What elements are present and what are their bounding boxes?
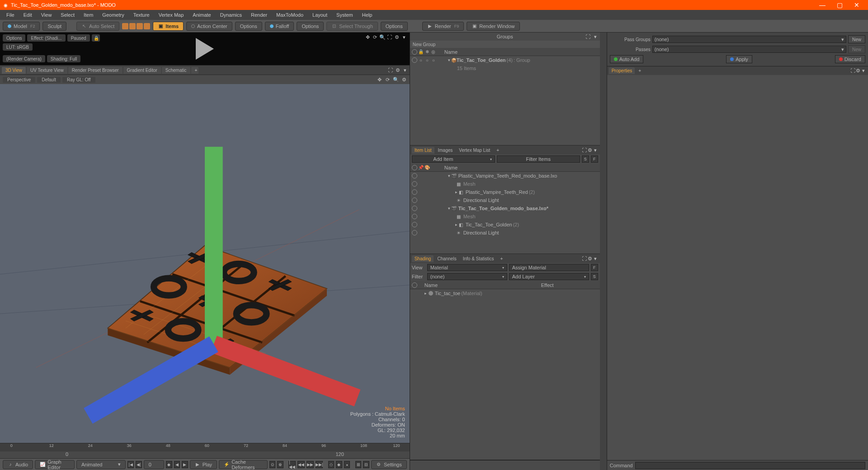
item-row[interactable]: ▸◧Plastic_Vampire_Teeth_Red(2) (410, 188, 600, 196)
lock-icon[interactable]: 🔒 (418, 49, 424, 55)
menu-geometry[interactable]: Geometry (98, 11, 128, 19)
items-button[interactable]: ▣Items (153, 22, 184, 31)
tool-btn-2[interactable]: ⊕ (277, 461, 283, 468)
tab-images[interactable]: Images (435, 147, 456, 154)
menu-select[interactable]: Select (56, 11, 79, 19)
item-row[interactable]: ☀Directional Light (410, 229, 600, 237)
auto-select-button[interactable]: ↖Auto Select (76, 22, 119, 31)
tab-add[interactable]: + (636, 67, 644, 74)
axis-gizmo[interactable] (9, 84, 410, 434)
menu-render[interactable]: Render (246, 11, 272, 19)
gear-icon[interactable]: ⚙ (855, 68, 861, 74)
filter-items-field[interactable]: Filter Items (497, 155, 580, 163)
f-button[interactable]: F (591, 264, 598, 271)
tab-add[interactable]: + (494, 147, 502, 154)
item-row[interactable]: ▾🎬Tic_Tac_Toe_Golden_modo_base.lxo* (410, 204, 600, 212)
menu-animate[interactable]: Animate (188, 11, 215, 19)
gear-icon[interactable]: ⚙ (587, 147, 593, 153)
tab-3d-view[interactable]: 3D View (2, 67, 26, 74)
group-item[interactable]: ○ ○ ○ ▾ 📦 Tic_Tac_Toe_Golden (4) : Group (410, 56, 600, 64)
close-button[interactable]: ✕ (848, 0, 865, 10)
tab-uv-texture[interactable]: UV Texture View (27, 67, 67, 74)
command-input[interactable] (635, 462, 865, 469)
gear-icon[interactable]: ⚙ (401, 77, 407, 82)
preview-effect-button[interactable]: Effect: (Shadi... (27, 34, 65, 42)
item-row[interactable]: ▦Mesh (410, 212, 600, 221)
tab-add[interactable]: + (191, 67, 198, 74)
skip-first-button[interactable]: |◀◀ (288, 461, 296, 468)
preview-options-button[interactable]: Options (3, 34, 25, 42)
visibility-header-icon[interactable] (412, 282, 417, 288)
raygl-dropdown[interactable]: Ray GL: Off (62, 77, 95, 83)
visibility-toggle[interactable] (412, 189, 417, 195)
maximize-view-icon[interactable]: ⛶ (388, 67, 393, 73)
add-layer-dropdown[interactable]: Add Layer▾ (509, 273, 589, 280)
vertex-mode-button[interactable] (122, 23, 128, 29)
visibility-toggle[interactable] (412, 206, 417, 211)
tab-info-stats[interactable]: Info & Statistics (460, 255, 497, 262)
edge-mode-button[interactable] (129, 23, 136, 29)
tab-shading[interactable]: Shading (412, 255, 434, 262)
minimize-button[interactable]: — (814, 0, 831, 10)
default-dropdown[interactable]: Default (37, 77, 61, 83)
expand-icon[interactable]: ⛶ (582, 256, 587, 261)
view-material-dropdown[interactable]: Material▾ (427, 264, 507, 271)
menu-texture[interactable]: Texture (129, 11, 154, 19)
poly-mode-button[interactable] (137, 23, 143, 29)
material-row[interactable]: ▸ Tic_tac_toe (Material) (410, 289, 600, 297)
move-icon[interactable]: ✥ (377, 77, 382, 82)
play-forward-button[interactable]: ▶ (182, 461, 188, 468)
expand-icon[interactable]: ⛶ (850, 68, 855, 73)
key-tool-1[interactable]: ◇ (328, 461, 335, 468)
menu-view[interactable]: View (37, 11, 57, 19)
f-button[interactable]: F (591, 155, 598, 163)
visibility-toggle[interactable] (412, 197, 417, 203)
visibility-toggle[interactable] (412, 181, 417, 187)
auto-add-button[interactable]: Auto Add (610, 55, 644, 63)
visibility-toggle[interactable] (412, 222, 417, 227)
zoom-icon[interactable]: 🔍 (380, 34, 385, 40)
expand-icon[interactable]: ⛶ (582, 147, 587, 153)
tab-properties[interactable]: Properties (609, 67, 635, 74)
new-pass-button[interactable]: New (848, 45, 865, 53)
menu-dynamics[interactable]: Dynamics (216, 11, 246, 19)
model-button[interactable]: ModelF2 (3, 22, 40, 31)
visibility-toggle[interactable] (412, 230, 417, 235)
visibility-toggle[interactable] (412, 214, 417, 219)
timeline-ruler[interactable]: 0 12 24 36 48 60 72 84 96 108 120 (0, 443, 410, 451)
tab-add[interactable]: + (498, 255, 506, 262)
tab-schematic[interactable]: Schematic (162, 67, 190, 74)
item-row[interactable]: ☀Directional Light (410, 196, 600, 204)
key-tool-3[interactable]: ⬥ (344, 461, 350, 468)
falloff-button[interactable]: Falloff (265, 22, 294, 31)
render-button[interactable]: ▶RenderF9 (422, 22, 464, 31)
menu-item[interactable]: Item (79, 11, 98, 19)
visibility-header-icon[interactable] (412, 49, 417, 55)
refresh-icon[interactable]: ⟳ (373, 34, 378, 40)
timeline-range[interactable]: 0 120 (0, 451, 410, 458)
menu-vertexmap[interactable]: Vertex Map (154, 11, 189, 19)
item-row[interactable]: ▸◧Tic_Tac_Toe_Golden(2) (410, 221, 600, 229)
animated-dropdown[interactable]: Animated▾ (76, 460, 126, 469)
preview-shading-button[interactable]: Shading: Full (47, 55, 80, 62)
gear-icon[interactable]: ⚙ (394, 34, 400, 40)
preview-paused-button[interactable]: Paused (67, 34, 90, 42)
options-button-3[interactable]: Options (381, 22, 408, 31)
material-mode-button[interactable] (144, 23, 150, 29)
visibility-toggle[interactable] (412, 173, 417, 179)
pass-groups-dropdown[interactable]: (none)▾ (652, 36, 846, 43)
viewport-3d[interactable]: No Items Polygons : Catmull-Clark Channe… (0, 84, 410, 443)
chevron-down-icon[interactable]: ▾ (593, 256, 598, 261)
visibility-header-icon[interactable] (412, 165, 417, 170)
menu-maxtomodo[interactable]: MaxToModo (272, 11, 308, 19)
preview-lut-button[interactable]: LUT: sRGB (3, 43, 33, 51)
solo-icon[interactable]: ◎ (431, 49, 436, 55)
item-row[interactable]: ▾🎬Plastic_Vampire_Teeth_Red_modo_base.lx… (410, 172, 600, 180)
chevron-down-icon[interactable]: ▾ (593, 34, 598, 39)
visibility-toggle[interactable] (412, 57, 417, 63)
misc-tool-1[interactable]: ⊞ (355, 461, 362, 468)
gear-icon[interactable]: ⚙ (587, 256, 593, 261)
tab-render-preset[interactable]: Render Preset Browser (68, 67, 123, 74)
chevron-down-icon[interactable]: ▾ (861, 68, 866, 74)
render-window-button[interactable]: ▣Render Window (467, 22, 519, 31)
